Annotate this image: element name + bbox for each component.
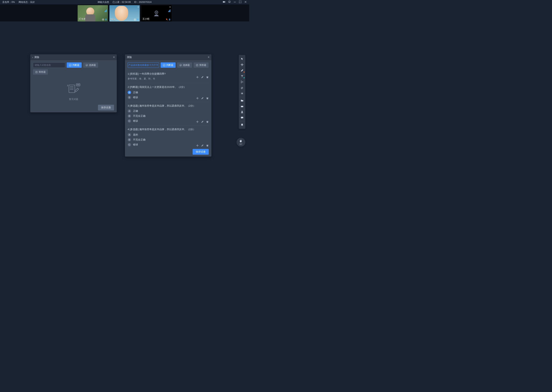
move-icon[interactable] [196, 76, 199, 78]
option-text: 正确 [133, 109, 138, 113]
panel-header: 测验 × [125, 54, 211, 60]
close-icon[interactable]: × [113, 56, 115, 59]
option-text: 正确 [133, 91, 138, 94]
delete-icon[interactable] [206, 120, 209, 123]
mic-icon [168, 18, 171, 21]
edit-icon[interactable] [201, 144, 204, 147]
toolbox-tool[interactable] [239, 103, 245, 109]
svg-point-22 [79, 84, 79, 85]
quiz-panel-filled: 测验 × 产品说试卷名称最多十六个字 判断题 选择题 简答题 1 [简答题] 一… [125, 54, 211, 157]
svg-point-21 [78, 84, 78, 85]
delete-icon[interactable] [206, 97, 209, 99]
move-icon[interactable] [196, 97, 199, 99]
raise-hand-badge[interactable]: 0/2 [237, 138, 245, 147]
option-text: 是的 [133, 133, 138, 136]
light-tool[interactable] [239, 91, 245, 96]
option-letter: A [128, 109, 131, 113]
eraser-tool[interactable] [239, 85, 245, 91]
svg-rect-31 [241, 117, 243, 118]
question-item: 3 [单选题] 施华洛世奇是反华品牌，所以梁鼎琪反华。（2分） A 正确 B 不… [128, 102, 209, 126]
record-icon[interactable] [223, 0, 225, 4]
pointer-tool[interactable] [239, 56, 245, 62]
tile-close-icon[interactable]: × [138, 6, 139, 8]
volume-bars-icon [105, 9, 107, 12]
quiz-name-badge[interactable]: 产品说试卷名称最多十六个字 [128, 63, 159, 68]
quiz-name-input[interactable] [33, 63, 65, 68]
choice-btn[interactable]: 选择题 [177, 63, 192, 68]
packet-loss-label: 丢包率：0% [2, 0, 15, 4]
settings-icon[interactable] [228, 0, 231, 4]
shortanswer-btn[interactable]: 简答题 [194, 63, 209, 68]
option-letter: C [128, 119, 131, 123]
btn-label: 简答题 [199, 63, 206, 67]
question-actions [196, 76, 209, 78]
video-tile-student[interactable]: × Nina [109, 5, 140, 21]
question-actions [196, 97, 209, 99]
delete-icon[interactable] [206, 144, 209, 147]
btn-label: 判断题 [166, 63, 173, 67]
svg-point-24 [180, 64, 182, 66]
tile-close-icon[interactable]: × [169, 6, 171, 8]
folder-tool[interactable] [239, 98, 245, 103]
back-icon[interactable]: ‹ [32, 56, 33, 59]
svg-point-30 [241, 111, 243, 112]
move-icon[interactable] [196, 144, 199, 147]
close-icon[interactable]: × [208, 56, 210, 59]
video-tile-teacher[interactable]: 叮当老师 [78, 5, 108, 21]
edit-icon[interactable] [201, 97, 204, 99]
edit-icon[interactable] [201, 76, 204, 78]
chat-tool[interactable] [239, 115, 245, 121]
svg-rect-15 [69, 85, 75, 92]
scissors-tool[interactable] [239, 79, 245, 85]
option-text: 不完全正确 [133, 114, 145, 118]
svg-point-9 [156, 12, 157, 13]
elapsed-time-label: 已上课：02:34:09 [113, 0, 131, 4]
shortanswer-btn[interactable]: 简答题 [33, 69, 48, 75]
video-tile-camera-off[interactable]: × 王小明 [141, 5, 172, 21]
mic-muted-icon [166, 18, 168, 21]
option-row[interactable]: B 不完全正确 [128, 114, 209, 118]
panel-title: 测验 [34, 56, 39, 59]
question-item: 4 [多选题] 施华洛世奇是反华品牌，所以梁鼎琪反华。（2分） A 是的 B 不… [128, 126, 209, 147]
edit-icon[interactable] [201, 120, 204, 123]
option-text: 错误 [133, 119, 138, 123]
save-quiz-button[interactable]: 保存试卷 [193, 149, 209, 155]
move-icon[interactable] [196, 120, 199, 123]
save-quiz-button[interactable]: 保存试卷 [98, 105, 114, 111]
svg-rect-1 [234, 2, 236, 2]
option-text: 错误 [133, 96, 138, 99]
svg-point-27 [241, 82, 242, 83]
session-id-label: ID：2020070324 [134, 0, 152, 4]
bell-tool[interactable] [239, 122, 245, 128]
svg-point-28 [241, 93, 243, 94]
volume-bars-icon [168, 9, 170, 12]
btn-label: 选择题 [183, 63, 190, 67]
option-text: 不完全正确 [133, 138, 145, 141]
pen-tool[interactable] [239, 68, 245, 73]
judge-btn[interactable]: 判断题 [161, 63, 175, 68]
option-row[interactable]: A 是的 [128, 133, 209, 136]
question-item: 1 [简答题] 一年四季分别是哪四季?参考答案：春、夏、秋、冬 [128, 70, 209, 83]
mic-icon [105, 18, 107, 21]
delete-icon[interactable] [206, 76, 209, 78]
network-icon [102, 18, 104, 21]
question-text: 1 [简答题] 一年四季分别是哪四季? [128, 72, 209, 76]
text-tool[interactable] [239, 73, 245, 79]
question-text: 2 [判断题] 我国宪法上一次更新是在2020年。（2分） [128, 85, 209, 89]
option-row[interactable]: B 不完全正确 [128, 138, 209, 141]
minimize-icon[interactable] [233, 0, 236, 4]
judge-btn[interactable]: 判断题 [67, 63, 82, 68]
svg-point-26 [241, 81, 242, 82]
svg-rect-4 [106, 19, 106, 20]
maximize-icon[interactable] [239, 0, 241, 4]
svg-point-6 [135, 19, 135, 20]
move-tool[interactable] [239, 62, 245, 68]
choice-btn[interactable]: 选择题 [83, 63, 98, 68]
svg-point-13 [86, 64, 87, 66]
option-row[interactable]: A 正确 [128, 91, 209, 94]
option-row[interactable]: A 正确 [128, 109, 209, 113]
svg-point-3 [103, 19, 103, 20]
close-window-icon[interactable] [244, 0, 247, 4]
btn-label: 简答题 [39, 70, 46, 74]
user-tool[interactable] [239, 109, 245, 115]
